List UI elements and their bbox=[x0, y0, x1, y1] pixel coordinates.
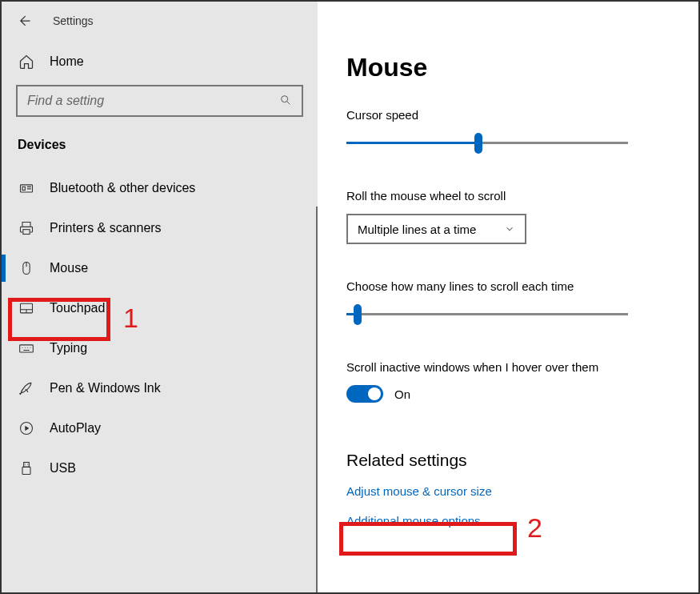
sidebar-item-usb[interactable]: USB bbox=[2, 448, 318, 488]
back-arrow-icon bbox=[16, 13, 32, 29]
mouse-icon bbox=[18, 259, 35, 277]
lines-scroll-slider[interactable] bbox=[346, 304, 628, 325]
scroll-inactive-toggle[interactable] bbox=[346, 385, 383, 403]
sidebar-item-autoplay[interactable]: AutoPlay bbox=[2, 408, 318, 448]
sidebar: Settings Home Devices Bluetooth & other … bbox=[2, 2, 318, 592]
link-additional-mouse-options[interactable]: Additional mouse options bbox=[346, 514, 666, 528]
cursor-speed-slider[interactable] bbox=[346, 133, 628, 154]
settings-window: Settings Home Devices Bluetooth & other … bbox=[0, 0, 700, 594]
category-heading: Devices bbox=[2, 138, 318, 168]
sidebar-item-label: Mouse bbox=[50, 261, 88, 275]
pen-icon bbox=[18, 379, 35, 397]
svg-rect-8 bbox=[24, 463, 30, 468]
search-input[interactable] bbox=[26, 93, 279, 109]
lines-scroll-label: Choose how many lines to scroll each tim… bbox=[346, 279, 666, 293]
bluetooth-devices-icon bbox=[18, 179, 35, 197]
autoplay-icon bbox=[18, 419, 35, 437]
svg-rect-6 bbox=[20, 345, 34, 352]
content-pane: Mouse Cursor speed Roll the mouse wheel … bbox=[318, 2, 698, 592]
roll-wheel-value: Multiple lines at a time bbox=[358, 223, 476, 236]
toggle-state-text: On bbox=[394, 387, 410, 401]
sidebar-item-label: Typing bbox=[50, 341, 87, 355]
keyboard-icon bbox=[18, 339, 35, 357]
link-adjust-mouse-cursor-size[interactable]: Adjust mouse & cursor size bbox=[346, 484, 666, 498]
svg-rect-9 bbox=[22, 467, 30, 474]
scroll-inactive-toggle-row: On bbox=[346, 385, 666, 403]
sidebar-item-typing[interactable]: Typing bbox=[2, 328, 318, 368]
sidebar-item-touchpad[interactable]: Touchpad bbox=[2, 288, 318, 328]
sidebar-item-label: AutoPlay bbox=[50, 421, 101, 435]
toggle-knob bbox=[368, 387, 381, 400]
slider-thumb[interactable] bbox=[354, 304, 362, 325]
roll-wheel-label: Roll the mouse wheel to scroll bbox=[346, 189, 666, 203]
sidebar-item-pen[interactable]: Pen & Windows Ink bbox=[2, 368, 318, 408]
roll-wheel-select[interactable]: Multiple lines at a time bbox=[346, 214, 526, 244]
sidebar-item-label: Printers & scanners bbox=[50, 221, 162, 235]
svg-point-0 bbox=[282, 96, 288, 102]
scroll-inactive-label: Scroll inactive windows when I hover ove… bbox=[346, 360, 666, 374]
related-settings-heading: Related settings bbox=[346, 451, 666, 470]
svg-rect-2 bbox=[22, 187, 25, 190]
app-title: Settings bbox=[53, 14, 94, 27]
nav-list: Bluetooth & other devices Printers & sca… bbox=[2, 168, 318, 488]
sidebar-header: Settings bbox=[2, 2, 318, 45]
home-label: Home bbox=[50, 54, 84, 69]
cursor-speed-label: Cursor speed bbox=[346, 108, 666, 122]
touchpad-icon bbox=[18, 299, 35, 317]
page-title: Mouse bbox=[346, 53, 666, 82]
sidebar-item-mouse[interactable]: Mouse bbox=[2, 248, 318, 288]
sidebar-item-label: Pen & Windows Ink bbox=[50, 381, 161, 395]
sidebar-item-label: Touchpad bbox=[50, 301, 105, 315]
sidebar-item-bluetooth[interactable]: Bluetooth & other devices bbox=[2, 168, 318, 208]
back-button[interactable] bbox=[14, 11, 34, 30]
search-icon bbox=[279, 94, 294, 108]
chevron-down-icon bbox=[504, 223, 515, 235]
sidebar-item-home[interactable]: Home bbox=[2, 45, 318, 85]
svg-rect-3 bbox=[23, 230, 30, 235]
sidebar-item-label: USB bbox=[50, 461, 76, 476]
slider-thumb[interactable] bbox=[474, 133, 482, 154]
usb-icon bbox=[18, 460, 35, 477]
search-box[interactable] bbox=[16, 85, 303, 117]
home-icon bbox=[18, 53, 35, 70]
printer-icon bbox=[18, 219, 35, 237]
sidebar-item-label: Bluetooth & other devices bbox=[50, 181, 195, 195]
sidebar-item-printers[interactable]: Printers & scanners bbox=[2, 208, 318, 248]
